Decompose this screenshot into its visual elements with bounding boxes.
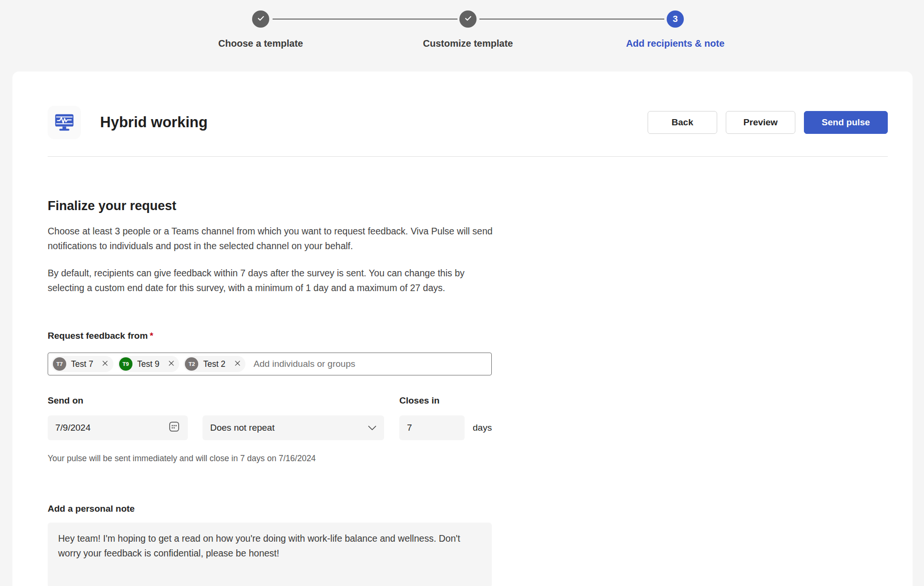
pulse-monitor-icon (53, 111, 75, 134)
required-asterisk: * (150, 331, 153, 341)
personal-note-textarea[interactable]: Hey team! I'm hoping to get a read on ho… (48, 523, 492, 586)
send-on-date-value: 7/9/2024 (55, 423, 168, 433)
recipient-name: Test 9 (137, 359, 160, 369)
step-connector (273, 19, 457, 20)
step-3-indicator[interactable]: 3 (667, 10, 684, 28)
send-pulse-button[interactable]: Send pulse (804, 111, 888, 134)
finalize-paragraph-1: Choose at least 3 people or a Teams chan… (48, 224, 496, 253)
recipient-pill: T7 Test 7 (51, 356, 113, 372)
repeat-selected-value: Does not repeat (210, 423, 368, 433)
step-2-indicator[interactable] (459, 10, 477, 28)
schedule-row: Send on 7/9/2024 Does not repeat (48, 395, 888, 440)
chevron-down-icon (368, 423, 376, 433)
remove-recipient-button[interactable] (99, 358, 112, 370)
recipient-name: Test 2 (203, 359, 225, 369)
step-1-label[interactable]: Choose a template (218, 38, 303, 49)
check-icon (257, 14, 265, 24)
check-icon (464, 14, 472, 24)
repeat-column: Does not repeat (188, 415, 384, 440)
finalize-paragraph-2: By default, recipients can give feedback… (48, 266, 496, 295)
recipient-pill: T2 Test 2 (183, 356, 245, 372)
schedule-helper-text: Your pulse will be sent immediately and … (48, 454, 888, 464)
recipients-picker[interactable]: T7 Test 7 T9 Test 9 T2 Test 2 (48, 353, 492, 375)
header-buttons: Back Preview Send pulse (648, 111, 888, 134)
repeat-dropdown[interactable]: Does not repeat (203, 415, 384, 440)
calendar-icon[interactable] (168, 421, 180, 435)
wizard-stepper: 3 Choose a template Customize template A… (0, 0, 924, 71)
close-icon (102, 360, 108, 368)
days-unit-label: days (473, 423, 492, 440)
send-on-column: Send on 7/9/2024 (48, 395, 188, 440)
header-divider (48, 156, 888, 157)
step-3-label: Add recipients & note (626, 38, 725, 49)
template-icon-tile (48, 106, 81, 139)
preview-button[interactable]: Preview (726, 111, 795, 134)
closes-in-value: 7 (407, 423, 457, 433)
remove-recipient-button[interactable] (165, 358, 177, 370)
step-1-indicator[interactable] (252, 10, 269, 28)
closes-in-column: Closes in 7 (399, 395, 465, 440)
step-2-label[interactable]: Customize template (423, 38, 513, 49)
personal-note-label: Add a personal note (48, 504, 888, 514)
avatar: T9 (119, 357, 132, 371)
header-row: Hybrid working Back Preview Send pulse (48, 106, 888, 139)
finalize-heading: Finalize your request (48, 199, 888, 213)
closes-in-label: Closes in (399, 395, 465, 406)
request-feedback-label: Request feedback from* (48, 331, 888, 341)
page-title: Hybrid working (100, 114, 648, 131)
add-recipients-input[interactable] (254, 359, 488, 369)
send-on-label: Send on (48, 395, 188, 406)
step-connector (479, 19, 664, 20)
main-card: Hybrid working Back Preview Send pulse F… (12, 71, 913, 586)
send-on-date-field[interactable]: 7/9/2024 (48, 415, 188, 440)
back-button[interactable]: Back (648, 111, 717, 134)
close-icon (168, 360, 174, 368)
recipient-pill: T9 Test 9 (118, 356, 180, 372)
closes-in-field[interactable]: 7 (399, 415, 465, 440)
step-3-number: 3 (673, 14, 678, 24)
avatar: T7 (53, 357, 66, 371)
avatar: T2 (185, 357, 198, 371)
remove-recipient-button[interactable] (231, 358, 244, 370)
recipient-name: Test 7 (71, 359, 93, 369)
close-icon (234, 360, 241, 368)
